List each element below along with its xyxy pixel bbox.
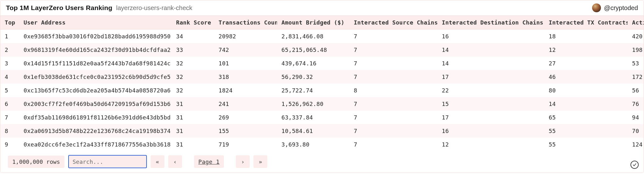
table-panel: Top 1M LayerZero Users Ranking layerzero… [0, 0, 644, 173]
table-row[interactable]: 60x2003cf7f2fe0f469ba50d647209195af69d15… [0, 97, 644, 111]
panel-slug: layerzero-users-rank-check [116, 4, 192, 12]
cell-top: 8 [0, 124, 19, 138]
cell-dst: 14 [437, 43, 544, 57]
cell-amt: 63,337.84 [277, 111, 349, 124]
cell-addr: 0xdf35ab11698d61891f81126b6e391dd6e43db5… [19, 111, 172, 124]
author-handle[interactable]: @cryptoded [604, 4, 638, 12]
cell-rank: 34 [172, 30, 214, 43]
page-indicator[interactable]: Page 1 [194, 155, 224, 168]
cell-top: 7 [0, 111, 19, 124]
cell-src: 7 [349, 111, 437, 124]
cell-top: 5 [0, 84, 19, 97]
cell-top: 9 [0, 138, 19, 151]
table-row[interactable]: 80x2a06913d5b8748b222e1236768c24ca19198b… [0, 124, 644, 138]
cell-amt: 65,215,065.48 [277, 43, 349, 57]
cell-amt: 3,693.80 [277, 138, 349, 151]
cell-addr: 0xc13b65f7c53cd6db2ea205a4b574b4a0858720… [19, 84, 172, 97]
page-prev-button[interactable]: ‹ [168, 155, 182, 168]
cell-dst: 17 [437, 111, 544, 124]
cell-act: 56 [628, 84, 644, 97]
cell-src: 7 [349, 97, 437, 111]
cell-rank: 32 [172, 57, 214, 70]
cell-rank: 31 [172, 138, 214, 151]
cell-act: 198 [628, 43, 644, 57]
cell-addr: 0x2a06913d5b8748b222e1236768c24ca19198b3… [19, 124, 172, 138]
col-header-top[interactable]: Top [0, 16, 19, 30]
cell-addr: 0x1efb3038de631cfce0c0a231952c6b90d5d9cf… [19, 70, 172, 84]
cell-ctr: 55 [544, 124, 628, 138]
cell-src: 7 [349, 43, 437, 57]
cell-amt: 439,674.16 [277, 57, 349, 70]
cell-rank: 32 [172, 84, 214, 97]
table-row[interactable]: 50xc13b65f7c53cd6db2ea205a4b574b4a085872… [0, 84, 644, 97]
cell-dst: 14 [437, 57, 544, 70]
col-header-rank[interactable]: Rank Score [172, 16, 214, 30]
cell-top: 3 [0, 57, 19, 70]
cell-tx: 155 [214, 124, 277, 138]
double-chevron-left-icon: « [156, 158, 159, 165]
page-last-button[interactable]: » [253, 155, 267, 168]
col-header-act[interactable]: Acti [628, 16, 644, 30]
cell-act: 76 [628, 97, 644, 111]
cell-amt: 2,831,466.08 [277, 30, 349, 43]
cell-src: 8 [349, 84, 437, 97]
cell-ctr: 65 [544, 111, 628, 124]
table-row[interactable]: 30x14d15f15f1151d82e0aa5f2443b7da68f9814… [0, 57, 644, 70]
cell-dst: 15 [437, 97, 544, 111]
cell-amt: 56,290.32 [277, 70, 349, 84]
cell-ctr: 46 [544, 70, 628, 84]
double-chevron-right-icon: » [259, 158, 262, 165]
page-first-button[interactable]: « [151, 155, 164, 168]
col-header-amt[interactable]: Amount Bridged ($) [277, 16, 349, 30]
row-count-badge: 1,000,000 rows [8, 156, 64, 168]
cell-rank: 32 [172, 70, 214, 84]
cell-src: 7 [349, 138, 437, 151]
table-row[interactable]: 90xea02dcc6fe3ec1f2a433ff8718677556a3bb3… [0, 138, 644, 151]
table-footer: 1,000,000 rows « ‹ Page 1 › » [0, 151, 644, 173]
cell-ctr: 55 [544, 138, 628, 151]
cell-act: 70 [628, 124, 644, 138]
cell-dst: 12 [437, 138, 544, 151]
panel-title: Top 1M LayerZero Users Ranking [6, 4, 112, 12]
cell-top: 4 [0, 70, 19, 84]
check-circle-icon[interactable] [630, 161, 639, 169]
col-header-addr[interactable]: User Address [19, 16, 172, 30]
cell-ctr: 12 [544, 43, 628, 57]
table-row[interactable]: 20x9681319f4e60dd165ca2432f30d91bb4dcfdf… [0, 43, 644, 57]
table-row[interactable]: 40x1efb3038de631cfce0c0a231952c6b90d5d9c… [0, 70, 644, 84]
table-header-row: Top User Address Rank Score Transactions… [0, 16, 644, 30]
cell-ctr: 18 [544, 30, 628, 43]
cell-tx: 719 [214, 138, 277, 151]
cell-tx: 742 [214, 43, 277, 57]
avatar[interactable] [592, 3, 601, 12]
cell-addr: 0xea02dcc6fe3ec1f2a433ff8718677556a3bb36… [19, 138, 172, 151]
col-header-src[interactable]: Interacted Source Chains [349, 16, 437, 30]
cell-amt: 10,584.61 [277, 124, 349, 138]
cell-tx: 318 [214, 70, 277, 84]
cell-tx: 241 [214, 97, 277, 111]
table-row[interactable]: 70xdf35ab11698d61891f81126b6e391dd6e43db… [0, 111, 644, 124]
cell-top: 1 [0, 30, 19, 43]
cell-act: 94 [628, 111, 644, 124]
cell-act: 124 [628, 138, 644, 151]
cell-rank: 33 [172, 43, 214, 57]
col-header-tx[interactable]: Transactions Count [214, 16, 277, 30]
cell-act: 172 [628, 70, 644, 84]
cell-dst: 16 [437, 30, 544, 43]
cell-top: 6 [0, 97, 19, 111]
cell-rank: 31 [172, 111, 214, 124]
panel-header: Top 1M LayerZero Users Ranking layerzero… [0, 0, 644, 15]
cell-rank: 31 [172, 124, 214, 138]
search-input[interactable] [68, 155, 147, 168]
table-row[interactable]: 10xe93685f3bba03016f02bd1828badd6195988d… [0, 30, 644, 43]
col-header-dst[interactable]: Interacted Destination Chains [437, 16, 544, 30]
chevron-left-icon: ‹ [173, 158, 177, 165]
cell-addr: 0x9681319f4e60dd165ca2432f30d91bb4dcfdfa… [19, 43, 172, 57]
cell-act: 53 [628, 57, 644, 70]
cell-ctr: 14 [544, 97, 628, 111]
cell-src: 7 [349, 70, 437, 84]
ranking-table: Top User Address Rank Score Transactions… [0, 15, 644, 151]
col-header-ctr[interactable]: Interacted TX Contracts [544, 16, 628, 30]
page-next-button[interactable]: › [236, 155, 250, 168]
cell-amt: 25,722.74 [277, 84, 349, 97]
